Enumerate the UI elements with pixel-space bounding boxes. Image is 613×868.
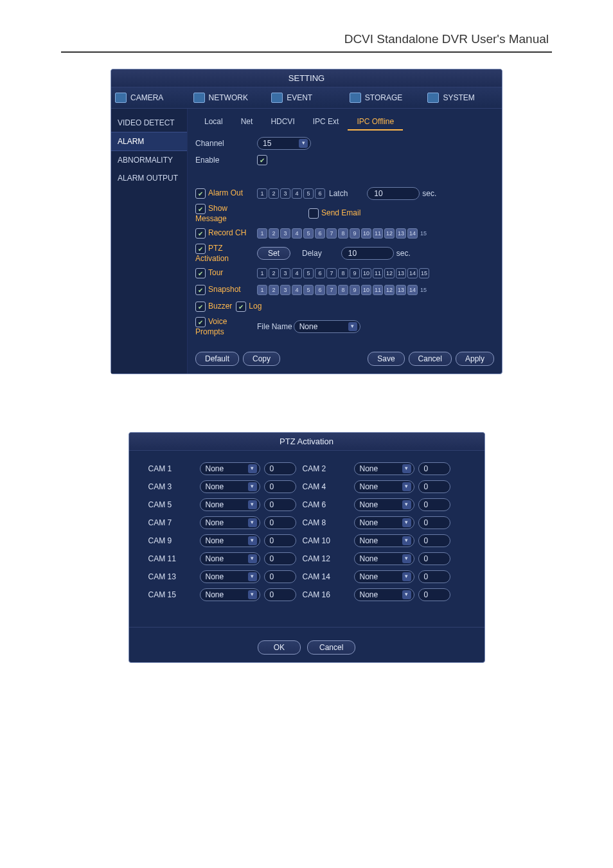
filename-label: File Name <box>257 322 292 331</box>
cam-mode-dropdown[interactable]: None▾ <box>200 570 260 583</box>
tour-channels[interactable]: 123456789101112131415 <box>257 268 429 278</box>
snapshot-channels[interactable]: 123456789101112131415 <box>257 285 428 295</box>
cam-mode-dropdown[interactable]: None▾ <box>354 516 414 529</box>
ptz-cancel-button[interactable]: Cancel <box>307 640 355 655</box>
cam-value-input[interactable]: 0 <box>264 462 296 475</box>
cam-value-input[interactable]: 0 <box>418 588 450 601</box>
cam-label: CAM 10 <box>303 536 348 545</box>
set-button[interactable]: Set <box>257 247 290 260</box>
snapshot-checkbox[interactable] <box>195 285 206 295</box>
cam-value-input[interactable]: 0 <box>264 480 296 493</box>
subtab-ipcoffline[interactable]: IPC Offline <box>348 114 403 131</box>
voice-checkbox[interactable] <box>195 317 206 327</box>
tab-storage[interactable]: STORAGE <box>346 87 424 108</box>
cancel-button[interactable]: Cancel <box>409 352 452 366</box>
channel-value: 15 <box>263 139 271 148</box>
cam-mode-dropdown[interactable]: None▾ <box>354 570 414 583</box>
sidebar-item-alarm-output[interactable]: ALARM OUTPUT <box>111 169 187 187</box>
tab-system[interactable]: SYSTEM <box>423 87 502 108</box>
buzzer-checkbox[interactable] <box>195 302 206 312</box>
tab-event-label: EVENT <box>287 93 312 102</box>
subtab-hdcvi[interactable]: HDCVI <box>262 114 303 131</box>
cam-mode-dropdown[interactable]: None▾ <box>354 480 414 493</box>
cam-mode-dropdown[interactable]: None▾ <box>200 480 260 493</box>
cam-value-input[interactable]: 0 <box>418 462 450 475</box>
latch-input[interactable]: 10 <box>367 187 420 200</box>
sendemail-label: Send Email <box>321 208 360 217</box>
tab-camera[interactable]: CAMERA <box>111 87 190 108</box>
sidebar-item-alarm[interactable]: ALARM <box>111 132 187 151</box>
log-label: Log <box>249 302 262 311</box>
delay-input[interactable]: 10 <box>341 247 394 260</box>
cam-mode-dropdown[interactable]: None▾ <box>354 462 414 475</box>
cam-mode-dropdown[interactable]: None▾ <box>200 534 260 547</box>
cam-value-input[interactable]: 0 <box>418 570 450 583</box>
ptz-checkbox[interactable] <box>195 244 206 254</box>
cam-mode-dropdown[interactable]: None▾ <box>354 534 414 547</box>
channel-dropdown[interactable]: 15 ▾ <box>257 137 311 150</box>
cam-label: CAM 2 <box>303 464 348 473</box>
subtab-net[interactable]: Net <box>232 114 262 131</box>
cam-mode-dropdown[interactable]: None▾ <box>200 552 260 565</box>
cam-mode-dropdown[interactable]: None▾ <box>354 552 414 565</box>
setting-window: SETTING CAMERA NETWORK EVENT STORAGE SYS… <box>111 69 502 374</box>
sendemail-checkbox[interactable] <box>308 208 319 219</box>
default-button[interactable]: Default <box>195 352 239 366</box>
alarmout-label: Alarm Out <box>208 188 243 197</box>
tab-network[interactable]: NETWORK <box>190 87 268 108</box>
enable-checkbox[interactable] <box>257 155 267 165</box>
recordch-label: Record CH <box>208 228 246 237</box>
cam-label: CAM 1 <box>148 464 193 473</box>
cam-value-input[interactable]: 0 <box>418 552 450 565</box>
delay-label: Delay <box>302 249 322 258</box>
save-button[interactable]: Save <box>368 352 404 366</box>
subtab-ipcext[interactable]: IPC Ext <box>304 114 348 131</box>
camera-icon <box>115 93 127 103</box>
cam-mode-dropdown[interactable]: None▾ <box>200 498 260 511</box>
apply-button[interactable]: Apply <box>456 352 494 366</box>
cam-mode-dropdown[interactable]: None▾ <box>354 498 414 511</box>
cam-value-input[interactable]: 0 <box>264 516 296 529</box>
showmsg-checkbox[interactable] <box>195 204 206 214</box>
chevron-down-icon: ▾ <box>348 322 357 331</box>
cam-label: CAM 6 <box>303 500 348 509</box>
cam-mode-dropdown[interactable]: None▾ <box>200 462 260 475</box>
alarmout-channels[interactable]: 123456 <box>257 188 325 199</box>
cam-value-input[interactable]: 0 <box>418 480 450 493</box>
ptz-window: PTZ Activation CAM 1None▾0CAM 2None▾0CAM… <box>129 432 485 663</box>
enable-label: Enable <box>195 156 257 165</box>
cam-label: CAM 11 <box>148 554 193 563</box>
tab-storage-label: STORAGE <box>365 93 402 102</box>
cam-value-input[interactable]: 0 <box>264 498 296 511</box>
cam-mode-dropdown[interactable]: None▾ <box>200 516 260 529</box>
sidebar-item-video-detect[interactable]: VIDEO DETECT <box>111 114 187 132</box>
recordch-checkbox[interactable] <box>195 228 206 239</box>
log-checkbox[interactable] <box>236 302 246 312</box>
cam-value-input[interactable]: 0 <box>264 570 296 583</box>
ptz-grid: CAM 1None▾0CAM 2None▾0CAM 3None▾0CAM 4No… <box>148 462 465 601</box>
copy-button[interactable]: Copy <box>243 352 280 366</box>
cam-value-input[interactable]: 0 <box>264 552 296 565</box>
alarmout-checkbox[interactable] <box>195 188 206 199</box>
sidebar-item-abnormality[interactable]: ABNORMALITY <box>111 151 187 169</box>
system-icon <box>427 93 439 103</box>
cam-mode-dropdown[interactable]: None▾ <box>200 588 260 601</box>
tab-event[interactable]: EVENT <box>267 87 346 108</box>
cam-value-input[interactable]: 0 <box>418 534 450 547</box>
cam-value-input[interactable]: 0 <box>418 516 450 529</box>
snapshot-label: Snapshot <box>208 285 241 294</box>
ok-button[interactable]: OK <box>258 640 301 655</box>
cam-value-input[interactable]: 0 <box>418 498 450 511</box>
cam-label: CAM 16 <box>303 590 348 599</box>
doc-header: DCVI Standalone DVR User's Manual <box>0 0 613 51</box>
cam-value-input[interactable]: 0 <box>264 534 296 547</box>
cam-label: CAM 8 <box>303 518 348 527</box>
filename-dropdown[interactable]: None ▾ <box>294 320 360 333</box>
storage-icon <box>350 93 361 103</box>
tour-checkbox[interactable] <box>195 268 206 278</box>
cam-mode-dropdown[interactable]: None▾ <box>354 588 414 601</box>
recordch-channels[interactable]: 123456789101112131415 <box>257 228 428 239</box>
subtab-local[interactable]: Local <box>195 114 232 131</box>
delay-unit: sec. <box>396 249 411 258</box>
cam-value-input[interactable]: 0 <box>264 588 296 601</box>
